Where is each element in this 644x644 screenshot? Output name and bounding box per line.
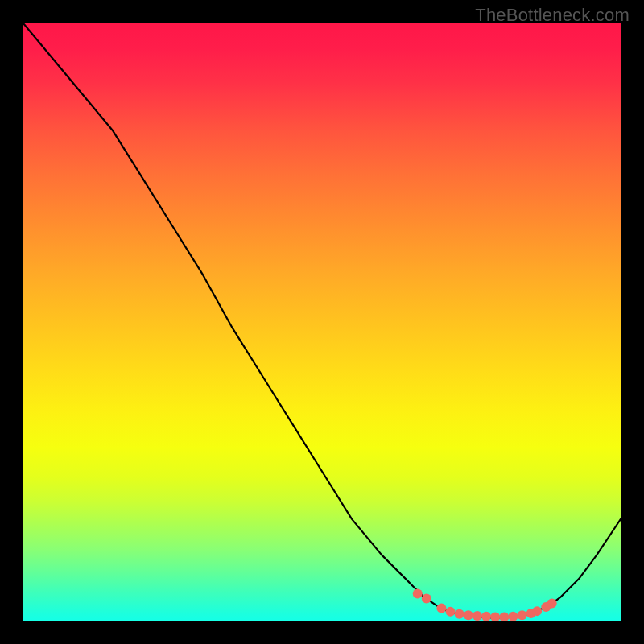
data-point [473, 611, 482, 621]
data-point [436, 603, 446, 613]
watermark-text: TheBottleneck.com [475, 5, 630, 26]
data-point [446, 607, 456, 617]
data-point [455, 609, 464, 619]
bottleneck-curve [23, 23, 621, 617]
chart-plot-area [23, 23, 621, 621]
data-point [481, 612, 491, 621]
data-point [413, 589, 423, 599]
chart-svg [23, 23, 621, 621]
data-point [490, 613, 500, 621]
data-point [508, 612, 518, 621]
data-point [532, 606, 542, 616]
data-point [547, 598, 557, 608]
data-point [464, 610, 473, 620]
data-point [518, 610, 527, 620]
data-point [422, 594, 431, 604]
data-point [499, 613, 509, 621]
